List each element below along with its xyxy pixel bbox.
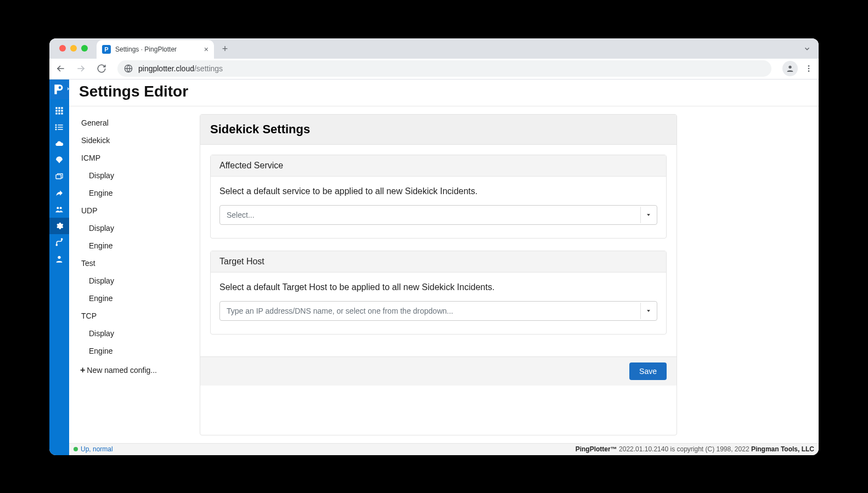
browser-menu-icon[interactable] <box>804 64 813 73</box>
status-version: 2022.01.10.2140 is copyright (C) 1998, 2… <box>617 445 751 453</box>
svg-rect-10 <box>61 107 63 109</box>
svg-point-3 <box>788 66 791 69</box>
svg-point-24 <box>57 207 59 209</box>
browser-titlebar: P Settings · PingPlotter × + <box>49 38 819 59</box>
svg-rect-9 <box>58 107 60 109</box>
settings-nav-item[interactable]: Test <box>79 254 189 272</box>
svg-rect-16 <box>61 112 63 114</box>
tab-favicon-icon: P <box>102 45 111 54</box>
reload-button[interactable] <box>97 64 112 73</box>
status-copyright: PingPlotter™ 2022.01.10.2140 is copyrigh… <box>576 445 814 453</box>
svg-marker-30 <box>647 310 650 311</box>
svg-point-25 <box>60 207 62 209</box>
forward-button[interactable] <box>76 63 91 74</box>
svg-point-20 <box>55 124 56 125</box>
sidebar-item-share[interactable] <box>49 185 69 201</box>
app-sidebar <box>49 80 69 455</box>
window-close-button[interactable] <box>59 45 66 52</box>
page-header: Settings Editor <box>69 80 819 106</box>
card-description: Select a default Target Host to be appli… <box>219 282 657 292</box>
page-title: Settings Editor <box>79 83 809 100</box>
settings-card: Affected ServiceSelect a default service… <box>210 155 667 239</box>
svg-rect-23 <box>56 174 61 178</box>
chevron-down-icon <box>640 303 656 319</box>
tab-close-icon[interactable]: × <box>204 45 208 54</box>
card-head: Affected Service <box>211 155 666 177</box>
status-product: PingPlotter™ <box>576 445 617 453</box>
settings-nav-item[interactable]: Engine <box>79 290 189 307</box>
sidebar-item-cloud[interactable] <box>49 135 69 152</box>
svg-point-5 <box>808 68 810 70</box>
address-path: /settings <box>194 64 223 73</box>
settings-nav-item[interactable]: Display <box>79 325 189 342</box>
settings-nav-item[interactable]: Engine <box>79 342 189 360</box>
status-text[interactable]: Up, normal <box>81 445 113 453</box>
panel-title: Sidekick Settings <box>210 122 667 137</box>
settings-nav-item[interactable]: General <box>79 114 189 132</box>
address-domain: pingplotter.cloud <box>138 64 194 73</box>
svg-point-6 <box>808 70 810 72</box>
card-description: Select a default service to be applied t… <box>219 186 657 196</box>
sidebar-item-users[interactable] <box>49 201 69 218</box>
card-select[interactable]: Type an IP address/DNS name, or select o… <box>219 301 657 321</box>
select-placeholder: Type an IP address/DNS name, or select o… <box>227 307 453 315</box>
settings-nav-item[interactable]: Display <box>79 272 189 290</box>
settings-nav-item[interactable]: ICMP <box>79 149 189 167</box>
panel-sidekick-settings: Sidekick Settings Affected ServiceSelect… <box>200 114 677 435</box>
status-indicator-icon <box>74 447 78 451</box>
select-placeholder: Select... <box>227 211 255 219</box>
svg-point-26 <box>56 244 57 245</box>
svg-rect-12 <box>58 110 60 111</box>
site-info-icon[interactable] <box>124 64 133 73</box>
browser-tab[interactable]: P Settings · PingPlotter × <box>97 40 214 59</box>
add-named-config-button[interactable]: +New named config... <box>79 360 189 381</box>
save-button[interactable]: Save <box>629 362 667 380</box>
sidebar-item-account[interactable] <box>49 251 69 267</box>
settings-nav-item[interactable]: UDP <box>79 202 189 219</box>
status-bar: Up, normal PingPlotter™ 2022.01.10.2140 … <box>69 443 819 455</box>
window-maximize-button[interactable] <box>81 45 88 52</box>
svg-rect-13 <box>61 110 63 111</box>
svg-point-4 <box>808 65 810 67</box>
sidebar-item-route[interactable] <box>49 234 69 251</box>
settings-nav-item[interactable]: Display <box>79 167 189 184</box>
svg-marker-29 <box>647 214 650 216</box>
panel-header: Sidekick Settings <box>200 115 677 145</box>
settings-nav-item[interactable]: Sidekick <box>79 132 189 149</box>
sidebar-item-list[interactable] <box>49 119 69 135</box>
back-button[interactable] <box>55 63 70 74</box>
svg-rect-15 <box>58 112 60 114</box>
svg-point-21 <box>55 127 56 127</box>
profile-avatar-icon[interactable] <box>782 61 798 76</box>
sidebar-item-parachute[interactable] <box>49 152 69 168</box>
sidebar-item-dashboard[interactable] <box>49 103 69 119</box>
settings-nav-item[interactable]: Engine <box>79 184 189 202</box>
brand-logo-icon[interactable] <box>49 80 69 99</box>
panel-footer: Save <box>200 356 677 386</box>
tab-overflow-icon[interactable] <box>803 45 811 53</box>
svg-point-27 <box>61 239 63 240</box>
address-bar[interactable]: pingplotter.cloud/settings <box>117 60 771 77</box>
new-tab-button[interactable]: + <box>217 42 233 57</box>
browser-toolbar: pingplotter.cloud/settings <box>49 59 819 80</box>
svg-point-22 <box>55 129 56 129</box>
window-minimize-button[interactable] <box>70 45 77 52</box>
svg-rect-8 <box>55 107 57 109</box>
svg-point-28 <box>58 256 60 258</box>
svg-rect-11 <box>55 110 57 111</box>
card-select[interactable]: Select... <box>219 205 657 225</box>
status-company: Pingman Tools, LLC <box>751 445 814 453</box>
tab-title: Settings · PingPlotter <box>115 46 177 53</box>
sidebar-item-settings[interactable] <box>49 218 69 234</box>
add-config-label: New named config... <box>87 366 157 375</box>
sidebar-item-screens[interactable] <box>49 168 69 185</box>
settings-nav-item[interactable]: TCP <box>79 307 189 325</box>
settings-nav: GeneralSidekickICMPDisplayEngineUDPDispl… <box>79 114 189 435</box>
card-head: Target Host <box>211 251 666 273</box>
settings-nav-item[interactable]: Engine <box>79 237 189 254</box>
settings-card: Target HostSelect a default Target Host … <box>210 251 667 335</box>
chevron-down-icon <box>640 207 656 223</box>
plus-icon: + <box>80 365 85 375</box>
settings-nav-item[interactable]: Display <box>79 219 189 237</box>
svg-rect-14 <box>55 112 57 114</box>
